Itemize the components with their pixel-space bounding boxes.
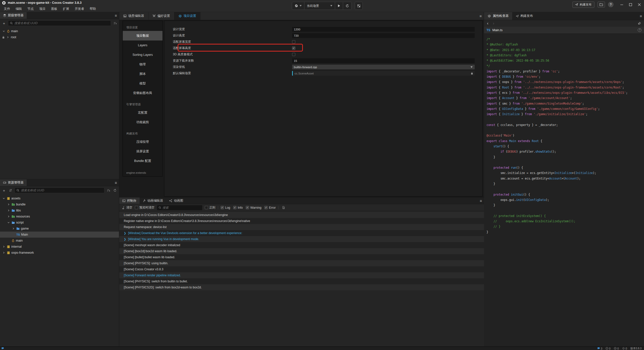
- minimize-button[interactable]: [620, 3, 623, 6]
- log-row[interactable]: [Scene] [box2d]:box2d wasm lib loaded.: [119, 248, 484, 254]
- checkbox[interactable]: ✓: [246, 206, 249, 209]
- settings-item-项目数据[interactable]: 项目数据: [123, 31, 163, 40]
- assets-item-script[interactable]: script: [0, 220, 119, 226]
- console-search-input[interactable]: [163, 206, 201, 209]
- sort-icon[interactable]: [8, 188, 13, 193]
- preview-on-device-button[interactable]: [355, 2, 363, 10]
- menu-item-项目[interactable]: 项目: [36, 7, 48, 11]
- tab-scene-editor[interactable]: 场景编辑器: [119, 12, 148, 20]
- tab-build-publish[interactable]: 构建发布: [512, 12, 537, 20]
- assets-item-main[interactable]: main: [0, 238, 119, 244]
- assets-item-oops-framework[interactable]: oops-framework: [0, 250, 119, 256]
- log-row[interactable]: [Scene] Cocos Creator v3.8.3: [119, 266, 484, 272]
- close-button[interactable]: [638, 3, 641, 6]
- panel-menu-icon[interactable]: ≡: [115, 12, 117, 19]
- checkbox[interactable]: ✓: [221, 206, 224, 209]
- log-row[interactable]: [Scene] meshopt wasm decoder initialized: [119, 242, 484, 248]
- scene-select-dropdown[interactable]: 当前场景: [304, 2, 335, 10]
- console-search[interactable]: [157, 205, 202, 210]
- notification-count[interactable]: 0: [622, 347, 627, 350]
- checkbox[interactable]: ✓: [233, 206, 236, 209]
- tab-preferences[interactable]: 偏好设置: [148, 12, 174, 20]
- log-row[interactable]: Load engine in D:\Cocos Editors\Creator\…: [119, 212, 484, 218]
- tab-animation-editor[interactable]: 动画编辑器: [140, 197, 166, 204]
- filter-level-Warning[interactable]: ✓Warning: [246, 206, 261, 209]
- log-row[interactable]: [Scene] Forward render pipeline initiali…: [119, 272, 484, 278]
- refresh-icon[interactable]: [112, 188, 117, 193]
- tab-project-settings[interactable]: 项目设置: [174, 12, 200, 20]
- preview-target-dropdown[interactable]: [292, 2, 304, 10]
- filter-level-Error[interactable]: ✓Error: [264, 206, 276, 209]
- checkbox[interactable]: [292, 53, 295, 56]
- back-button[interactable]: ‹: [487, 21, 488, 25]
- tab-hierarchy[interactable]: 层级管理器: [0, 12, 27, 19]
- open-project-folder-button[interactable]: [597, 2, 605, 8]
- clear-on-preview-toggle[interactable]: 预览时清空: [135, 205, 154, 210]
- panel-menu-icon[interactable]: ≡: [480, 197, 482, 204]
- settings-item-Layers[interactable]: Layers: [123, 40, 163, 50]
- settings-item-脚本[interactable]: 脚本: [123, 69, 163, 79]
- hierarchy-item-root[interactable]: root: [0, 34, 119, 40]
- log-row[interactable]: Request namespace: device-list: [119, 224, 484, 230]
- assets-item-bundle[interactable]: bbundle: [0, 201, 119, 207]
- info-count[interactable]: 0: [606, 347, 611, 350]
- menu-item-文件[interactable]: 文件: [1, 7, 13, 11]
- settings-item-功能裁剪[interactable]: 功能裁剪: [123, 117, 163, 127]
- assets-item-game[interactable]: game: [0, 226, 119, 232]
- settings-item-Bundle 配置[interactable]: Bundle 配置: [123, 156, 163, 166]
- log-row[interactable]: [Scene] [PHYSICS]: switch from builtin t…: [119, 278, 484, 284]
- menu-item-编辑[interactable]: 编辑: [13, 7, 25, 11]
- assets-search[interactable]: [15, 188, 104, 193]
- log-row[interactable]: [Scene] [PHYSICS]: using builtin.: [119, 260, 484, 266]
- message-count[interactable]: 3: [597, 347, 602, 350]
- settings-item-压缩纹理[interactable]: 压缩纹理: [123, 137, 163, 147]
- help-button[interactable]: ?: [608, 2, 614, 7]
- pin-icon[interactable]: [638, 22, 641, 25]
- log-row[interactable]: ❯[Window] Download the Vue Devtools exte…: [119, 230, 484, 236]
- settings-item-模型[interactable]: 模型: [123, 79, 163, 88]
- checkbox[interactable]: [135, 206, 138, 209]
- help-icon[interactable]: ?: [638, 28, 641, 32]
- select-dropdown[interactable]: builtin-forward.rpp: [292, 65, 475, 69]
- menu-item-开发者[interactable]: 开发者: [72, 7, 87, 11]
- log-row[interactable]: Register native engine in D:\Cocos Edito…: [119, 218, 484, 224]
- checkbox[interactable]: ✓: [292, 47, 295, 50]
- expand-chevron-icon[interactable]: ❯: [124, 232, 126, 235]
- menu-item-节点[interactable]: 节点: [25, 7, 36, 11]
- panel-menu-icon[interactable]: ≡: [115, 179, 117, 186]
- add-node-button[interactable]: +: [2, 21, 7, 26]
- settings-item-Sorting Layers[interactable]: Sorting Layers: [123, 50, 163, 60]
- menu-item-扩展[interactable]: 扩展: [60, 7, 72, 11]
- tab-inspector[interactable]: 属性检查器: [484, 12, 512, 20]
- log-row[interactable]: ❯[Window] You are running Vue in develop…: [119, 236, 484, 242]
- tab-console[interactable]: 控制台: [119, 197, 140, 204]
- hierarchy-search[interactable]: [8, 20, 111, 26]
- settings-item-物理[interactable]: 物理: [123, 60, 163, 69]
- panel-menu-icon[interactable]: ≡: [640, 12, 642, 20]
- tab-animation-graph[interactable]: 动画图: [166, 197, 186, 204]
- filter-level-Log[interactable]: ✓Log: [221, 206, 230, 209]
- add-asset-button[interactable]: +: [2, 188, 7, 193]
- clear-console-button[interactable]: 清空: [122, 205, 132, 210]
- filter-icon[interactable]: [112, 21, 117, 26]
- assets-item-assets[interactable]: assets: [0, 195, 119, 201]
- assets-item-Main[interactable]: TSMain: [0, 232, 119, 238]
- checkbox[interactable]: [292, 40, 295, 43]
- settings-item-插屏设置[interactable]: 插屏设置: [123, 147, 163, 156]
- tab-assets[interactable]: 资源管理器: [0, 179, 27, 186]
- expand-chevron-icon[interactable]: ❯: [124, 238, 126, 241]
- panel-menu-icon[interactable]: ≡: [479, 12, 482, 20]
- menu-item-面板[interactable]: 面板: [48, 7, 60, 11]
- text-input[interactable]: 1200: [292, 27, 475, 32]
- settings-item-宏配置[interactable]: 宏配置: [123, 108, 163, 117]
- settings-item-骨骼贴图布局[interactable]: 骨骼贴图布局: [123, 88, 163, 98]
- maximize-button[interactable]: [629, 3, 632, 6]
- log-row[interactable]: [Scene] [PHYSICS2D]: switch from box2d-w…: [119, 284, 484, 290]
- assets-search-input[interactable]: [21, 189, 103, 192]
- assets-item-libs[interactable]: libs: [0, 207, 119, 213]
- text-input[interactable]: 720: [292, 33, 475, 38]
- reload-button[interactable]: [343, 2, 351, 10]
- hierarchy-item-main[interactable]: main: [0, 28, 119, 34]
- asset-field[interactable]: cc.SceneAsset: [292, 71, 475, 76]
- menu-item-帮助[interactable]: 帮助: [87, 7, 99, 11]
